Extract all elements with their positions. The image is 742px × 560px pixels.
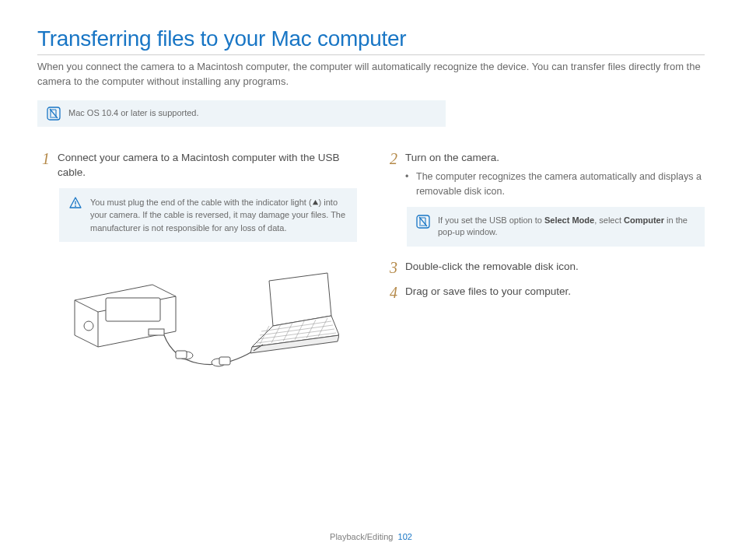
step-1: 1 Connect your camera to a Macintosh com… — [37, 150, 357, 180]
warning-text: You must plug the end of the cable with … — [90, 196, 348, 235]
left-column: 1 Connect your camera to a Macintosh com… — [37, 150, 357, 394]
bullet-dot: • — [405, 170, 410, 199]
step-2-bullet: • The computer recognizes the camera aut… — [405, 170, 705, 199]
page-footer: Playback/Editing 102 — [0, 532, 742, 541]
footer-section: Playback/Editing — [330, 532, 393, 541]
n-b2: Computer — [624, 215, 664, 225]
triangle-icon — [312, 199, 319, 206]
step-2: 2 Turn on the camera. • The computer rec… — [385, 150, 705, 199]
step-number: 4 — [385, 284, 397, 301]
warning-note: You must plug the end of the cable with … — [59, 188, 357, 243]
page-title: Transferring files to your Mac computer — [37, 26, 705, 51]
step-2-main: Turn on the camera. — [405, 152, 499, 163]
svg-rect-7 — [176, 351, 187, 359]
svg-rect-5 — [149, 329, 164, 335]
step-text: Drag or save files to your computer. — [405, 284, 571, 301]
usb-note-text: If you set the USB option to Select Mode… — [438, 215, 695, 239]
step-3: 3 Double-click the removable disk icon. — [385, 259, 705, 276]
step-number: 2 — [385, 150, 397, 199]
note-icon — [416, 215, 430, 229]
svg-point-2 — [75, 205, 76, 207]
usb-note: If you set the USB option to Select Mode… — [407, 207, 705, 247]
intro-text: When you connect the camera to a Macinto… — [37, 60, 705, 89]
support-note: Mac OS 10.4 or later is supported. — [37, 100, 446, 127]
n-pre: If you set the USB option to — [438, 215, 544, 225]
warning-icon — [68, 196, 82, 210]
step-4: 4 Drag or save files to your computer. — [385, 284, 705, 301]
bullet-text: The computer recognizes the camera autom… — [416, 170, 705, 199]
step-text: Double-click the removable disk icon. — [405, 259, 579, 276]
svg-point-4 — [84, 321, 93, 331]
step-number: 1 — [37, 150, 50, 180]
support-note-text: Mac OS 10.4 or later is supported. — [68, 107, 199, 119]
svg-rect-3 — [106, 298, 160, 321]
n-mid: , select — [594, 215, 624, 225]
step-text: Connect your camera to a Macintosh compu… — [58, 150, 357, 180]
footer-page-number: 102 — [398, 532, 412, 541]
title-rule — [37, 54, 705, 55]
step-number: 3 — [385, 259, 397, 276]
right-column: 2 Turn on the camera. • The computer rec… — [385, 150, 705, 394]
svg-rect-9 — [219, 357, 230, 365]
step-text: Turn on the camera. • The computer recog… — [405, 150, 705, 199]
content-columns: 1 Connect your camera to a Macintosh com… — [37, 150, 705, 394]
connection-illustration — [59, 257, 357, 393]
n-b1: Select Mode — [544, 215, 594, 225]
warn-pre: You must plug the end of the cable with … — [90, 198, 312, 207]
note-icon — [47, 107, 61, 121]
